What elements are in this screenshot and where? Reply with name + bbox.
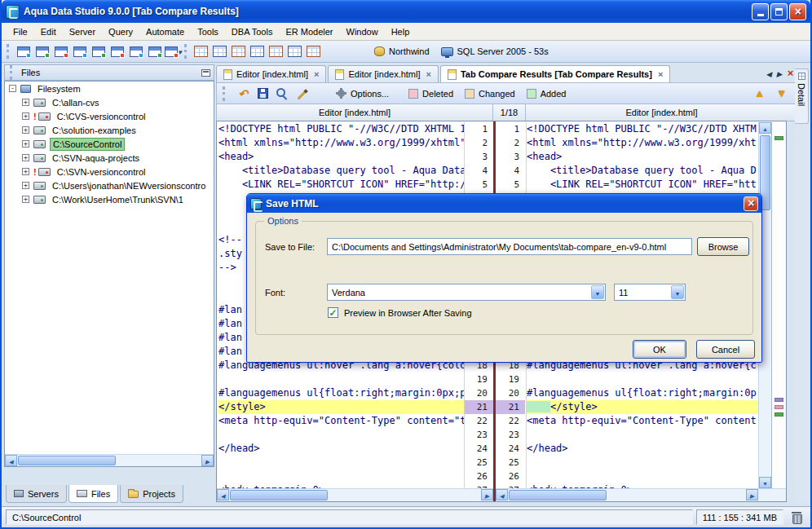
font-family-value: Verdana (332, 288, 365, 298)
checkout-folder-icon[interactable] (89, 43, 108, 60)
diff-mark[interactable] (774, 136, 783, 140)
next-difference-button[interactable] (776, 87, 787, 99)
checkin-folder-icon[interactable] (108, 43, 126, 60)
editor-tab-1[interactable]: Editor [index.html]× (216, 65, 326, 82)
scroll-left-button[interactable] (5, 455, 17, 466)
float-panel-icon[interactable] (201, 69, 210, 77)
scroll-right-button[interactable] (201, 455, 214, 466)
preview-checkbox[interactable] (328, 307, 338, 318)
ok-button[interactable]: OK (633, 340, 686, 359)
toolbar-grip[interactable] (7, 44, 10, 59)
server-status[interactable]: SQL Server 2005 - 53s (435, 46, 554, 56)
editor-tab-3[interactable]: Tab Compare Results [Tab Compare Results… (440, 65, 670, 82)
panel-tab-projects[interactable]: Projects (120, 485, 183, 503)
diff-mark[interactable] (774, 412, 783, 417)
scroll-left-button[interactable] (217, 489, 229, 500)
diff-overview-ruler[interactable] (771, 122, 786, 500)
scroll-left-button[interactable] (496, 489, 508, 500)
grid-wide-icon[interactable] (267, 43, 285, 60)
menu-item-server[interactable]: Server (63, 24, 102, 39)
line-number: 1 (496, 122, 525, 136)
left-horizontal-scrollbar[interactable] (217, 488, 493, 501)
format-button[interactable] (292, 85, 311, 102)
tree-item[interactable]: +C:\Work\UserHome\Trunk\SVN\1 (5, 192, 214, 206)
scrollbar-thumb[interactable] (230, 490, 328, 500)
detail-panel-tab[interactable]: Detail (795, 68, 809, 124)
grid-split-icon[interactable] (248, 43, 267, 60)
menu-item-help[interactable]: Help (385, 24, 417, 39)
new-editor-icon[interactable] (14, 43, 33, 60)
grid-vertical-icon[interactable] (210, 43, 229, 60)
chevron-right-icon (205, 456, 210, 465)
options-button[interactable]: Options... (331, 88, 394, 99)
database-selector[interactable]: Northwind (368, 46, 435, 56)
grid-export-icon[interactable] (304, 43, 323, 60)
panel-grip[interactable] (10, 65, 13, 80)
cancel-button[interactable]: Cancel (696, 340, 755, 359)
close-button[interactable] (789, 3, 806, 20)
tree-item[interactable]: +C:\solution-examples (5, 123, 214, 137)
tab-close-icon[interactable]: × (658, 69, 663, 79)
menu-item-edit[interactable]: Edit (34, 24, 63, 39)
trash-icon[interactable] (792, 512, 801, 522)
toolbar-grip[interactable] (184, 44, 188, 59)
menu-item-er-modeler[interactable]: ER Modeler (279, 24, 339, 39)
font-family-combobox[interactable]: Verdana (327, 284, 606, 301)
search-button[interactable] (272, 85, 292, 102)
scroll-down-button[interactable] (759, 477, 771, 488)
panel-tab-servers[interactable]: Servers (6, 485, 67, 503)
grid-orange-icon[interactable] (229, 43, 248, 60)
menu-item-automate[interactable]: Automate (139, 24, 191, 39)
scrollbar-thumb[interactable] (509, 490, 607, 500)
scroll-up-button[interactable] (759, 122, 771, 134)
compare-windows-icon[interactable] (126, 43, 145, 60)
font-size-combobox[interactable]: 11 (614, 284, 686, 301)
tree-item[interactable]: +!C:\SVN-versioncontrol (5, 165, 214, 179)
minimize-button[interactable] (752, 3, 769, 20)
maximize-button[interactable] (770, 3, 788, 20)
dialog-close-button[interactable] (744, 196, 758, 211)
panel-tab-files[interactable]: Files (68, 485, 118, 503)
diff-mark[interactable] (774, 398, 783, 402)
editor-tab-2[interactable]: Editor [index.html]× (328, 65, 438, 82)
tree-item[interactable]: +C:\SourceControl (5, 137, 214, 151)
tree-item[interactable]: +!C:\CVS-versioncontrol (5, 109, 214, 123)
scrollbar-thumb[interactable] (18, 456, 116, 465)
tab-scroll-right-button[interactable] (776, 68, 782, 78)
tree-item[interactable]: +C:\allan-cvs (5, 95, 214, 109)
menu-item-dba-tools[interactable]: DBA Tools (225, 24, 280, 39)
tree-item[interactable]: +C:\SVN-aqua-projects (5, 151, 214, 165)
grid-rows-icon[interactable] (285, 43, 304, 60)
export-button[interactable] (233, 85, 253, 102)
menu-item-file[interactable]: File (7, 24, 34, 39)
tab-close-icon[interactable]: × (426, 69, 431, 79)
cascade-windows-icon[interactable] (145, 43, 164, 60)
menu-item-window[interactable]: Window (340, 24, 385, 39)
files-tree-hscrollbar[interactable] (5, 454, 214, 466)
files-tree[interactable]: -Filesystem+C:\allan-cvs+!C:\CVS-version… (4, 81, 214, 467)
previous-difference-button[interactable] (754, 87, 765, 99)
tree-item[interactable]: +C:\Users\jonathan\NEWversionscontro (5, 179, 214, 192)
dropdown-button[interactable] (671, 285, 684, 299)
open-file-icon[interactable] (33, 43, 51, 60)
new-object-dropdown-icon[interactable] (164, 43, 183, 60)
save-button[interactable] (253, 85, 272, 102)
scroll-right-button[interactable] (481, 489, 493, 500)
menu-item-query[interactable]: Query (102, 24, 139, 39)
right-horizontal-scrollbar[interactable] (496, 488, 758, 501)
tab-scroll-left-button[interactable] (766, 68, 772, 78)
save-to-file-input[interactable] (327, 238, 692, 255)
dropdown-button[interactable] (591, 285, 604, 299)
tree-root-filesystem[interactable]: -Filesystem (5, 82, 214, 95)
save-file-icon[interactable] (51, 43, 70, 60)
toolbar-grip[interactable] (223, 86, 226, 101)
menu-item-tools[interactable]: Tools (191, 24, 225, 39)
diff-mark[interactable] (774, 405, 783, 409)
scroll-right-button[interactable] (746, 489, 758, 500)
drive-icon (33, 154, 46, 162)
results-grid-icon[interactable] (192, 43, 210, 60)
tab-close-icon[interactable]: × (314, 69, 319, 79)
browse-button[interactable]: Browse (697, 237, 749, 256)
close-active-tab-button[interactable] (787, 67, 793, 79)
windows-icon[interactable] (70, 43, 89, 60)
